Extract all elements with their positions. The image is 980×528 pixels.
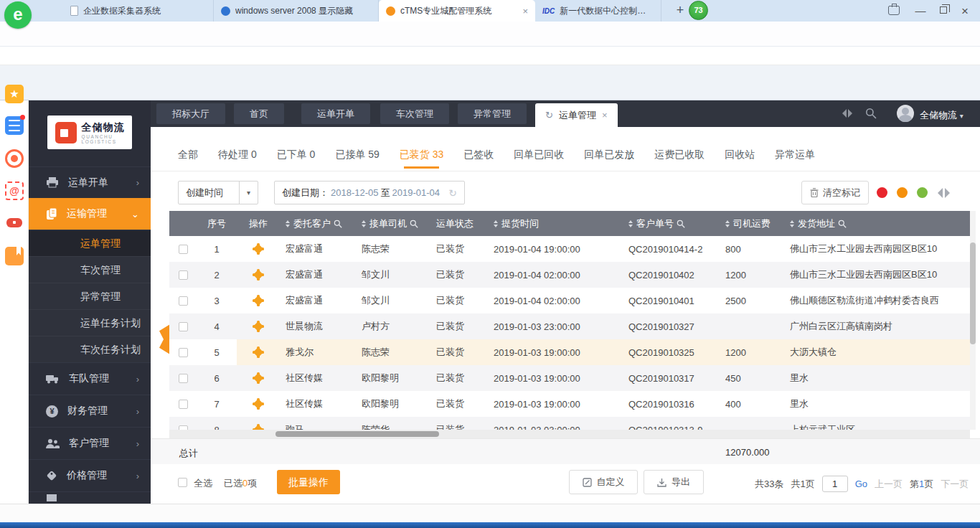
horizontal-scrollbar-thumb[interactable] (275, 431, 439, 437)
row-checkbox[interactable] (179, 270, 188, 280)
sidebar-item-exception-mgmt[interactable]: 异常管理 (29, 283, 151, 309)
page-go-button[interactable]: Go (855, 478, 867, 489)
customize-button[interactable]: 自定义 (569, 470, 638, 494)
col-address[interactable]: 发货地址 (784, 211, 970, 236)
row-checkbox[interactable] (179, 322, 188, 331)
row-actions-gear-icon[interactable] (253, 321, 264, 332)
row-checkbox[interactable] (179, 245, 188, 254)
favorites-strip-icon[interactable]: ★ (5, 85, 24, 103)
browser-tab-1[interactable]: 企业数据采集器系统 (63, 0, 214, 22)
user-avatar[interactable] (897, 105, 914, 122)
news-strip-icon[interactable] (5, 116, 24, 135)
filter-accepted[interactable]: 已接单 59 (335, 148, 379, 161)
column-search-icon[interactable] (838, 220, 847, 228)
select-all-checkbox[interactable] (178, 478, 187, 487)
weibo-strip-icon[interactable] (5, 149, 24, 168)
close-tab-icon[interactable]: × (602, 110, 608, 121)
column-search-icon[interactable] (334, 220, 342, 228)
sidebar-item-transport-mgmt[interactable]: 运输管理⌄ (29, 198, 151, 230)
app-tab-bidding-hall[interactable]: 招标大厅 (156, 103, 225, 124)
export-button[interactable]: 导出 (644, 470, 704, 494)
table-row[interactable]: 3宏盛富通邹文川已装货2019-01-04 02:00:00QC20190104… (169, 288, 970, 314)
sidebar-item-customer-mgmt[interactable]: 客户管理› (29, 427, 151, 459)
sidebar-item-fleet-mgmt[interactable]: 车队管理› (29, 362, 151, 395)
row-checkbox[interactable] (179, 296, 188, 306)
table-row[interactable]: 2宏盛富通邹文川已装货2019-01-04 02:00:00QC20190104… (169, 262, 970, 288)
horizontal-scrollbar[interactable] (169, 430, 970, 438)
filter-signed[interactable]: 已签收 (463, 148, 494, 161)
table-row[interactable]: 6社区传媒欧阳黎明已装货2019-01-03 19:00:00QC2019010… (169, 365, 970, 391)
clear-marks-button[interactable]: 清空标记 (801, 181, 869, 204)
restore-window-button[interactable] (940, 6, 947, 14)
app-tab-trip-mgmt[interactable]: 车次管理 (380, 103, 449, 124)
row-checkbox[interactable] (179, 400, 188, 409)
browser-tab-3-active[interactable]: cTMS专业城配管理系统 × (379, 0, 535, 22)
speed-badge[interactable]: 73 (689, 1, 708, 20)
col-order[interactable]: 客户单号 (623, 211, 720, 236)
column-search-icon[interactable] (410, 220, 418, 228)
col-consignor[interactable]: 委托客户 (280, 211, 356, 236)
tab-scroll-arrows-icon[interactable] (838, 109, 857, 118)
col-pickup[interactable]: 提货时间 (488, 211, 623, 236)
sidebar-item-finance-mgmt[interactable]: ¥ 财务管理› (29, 395, 151, 427)
app-search-icon[interactable] (865, 108, 877, 119)
batch-actions-button[interactable]: 批量操作 (277, 470, 340, 494)
browser-tab-4[interactable]: IDC 新一代数据中心控制面板 (535, 0, 661, 22)
minimize-button[interactable]: — (913, 4, 928, 16)
filter-recycle-bin[interactable]: 回收站 (725, 148, 755, 161)
filter-all[interactable]: 全部 (178, 148, 198, 161)
new-tab-button[interactable]: + (672, 3, 689, 18)
table-row-highlighted[interactable]: 5雅戈尔陈志荣已装货2019-01-03 19:00:00QC201901032… (169, 339, 970, 365)
row-actions-gear-icon[interactable] (253, 243, 264, 255)
app-tab-waybill-create[interactable]: 运单开单 (301, 103, 370, 124)
filter-ordered[interactable]: 已下单 0 (277, 148, 316, 161)
prev-page-button[interactable]: 上一页 (875, 478, 903, 491)
table-row[interactable]: 8驹马陈荣华已装货2019-01-03 03:00:00QC2019010313… (169, 417, 970, 430)
table-row[interactable]: 7社区传媒欧阳黎明已装货2019-01-03 19:00:00QC2019010… (169, 391, 970, 417)
refresh-tab-icon[interactable]: ↻ (545, 110, 553, 121)
filter-pending[interactable]: 待处理 0 (218, 148, 257, 161)
sidebar-item-waybill-mgmt[interactable]: 运单管理 (29, 230, 151, 256)
reset-date-icon[interactable]: ↻ (448, 187, 457, 199)
filter-receipt-collected[interactable]: 回单已回收 (514, 148, 564, 161)
table-row[interactable]: 1宏盛富通陈志荣已装货2019-01-04 19:00:00QC20190104… (169, 236, 970, 262)
close-tab-icon[interactable]: × (522, 6, 528, 16)
sidebar-item-price-mgmt[interactable]: 价格管理› (29, 459, 151, 491)
app-tab-exception-mgmt[interactable]: 异常管理 (458, 103, 527, 124)
games-strip-icon[interactable] (5, 214, 24, 232)
filter-loaded-active[interactable]: 已装货 33 (400, 148, 443, 161)
table-row[interactable]: 4世晨物流卢村方已装货2019-01-03 23:00:00QC20190103… (169, 314, 970, 339)
close-window-button[interactable]: × (957, 4, 973, 19)
windows-taskbar[interactable] (0, 522, 980, 528)
sidebar-item-waybill-create[interactable]: 运单开单› (29, 166, 151, 198)
mark-red-dot[interactable] (877, 187, 887, 198)
next-page-button[interactable]: 下一页 (941, 478, 969, 491)
page-flip-arrows-icon[interactable] (933, 188, 955, 198)
row-actions-gear-icon[interactable] (253, 372, 264, 384)
mention-strip-icon[interactable]: @ (5, 182, 24, 200)
filter-exception[interactable]: 异常运单 (775, 148, 815, 161)
date-range-picker[interactable]: 创建日期：2018-12-05至2019-01-04 ↻ (274, 181, 465, 204)
col-fee[interactable]: 司机运费 (720, 211, 784, 236)
row-actions-gear-icon[interactable] (253, 295, 264, 306)
sidebar-item-waybill-task-plan[interactable]: 运单任务计划 (29, 309, 151, 336)
theme-skin-icon[interactable] (888, 6, 900, 15)
reader-strip-icon[interactable] (5, 247, 24, 265)
filter-receipt-issued[interactable]: 回单已发放 (584, 148, 634, 161)
browser-logo-icon[interactable]: e (4, 1, 32, 29)
vertical-scrollbar-thumb[interactable] (970, 242, 976, 344)
vertical-scrollbar[interactable] (970, 211, 976, 430)
col-driver[interactable]: 接单司机 (356, 211, 430, 236)
row-actions-gear-icon[interactable] (253, 346, 264, 358)
select-all-label[interactable]: 全选 (194, 477, 212, 490)
app-tab-waybill-mgmt-active[interactable]: ↻ 运单管理 × (535, 103, 618, 127)
row-actions-gear-icon[interactable] (253, 424, 264, 430)
row-checkbox[interactable] (179, 374, 188, 383)
row-actions-gear-icon[interactable] (253, 398, 264, 410)
sidebar-item-partial[interactable] (29, 491, 151, 504)
row-actions-gear-icon[interactable] (253, 269, 264, 280)
row-checkbox[interactable] (179, 348, 188, 357)
app-tab-home[interactable]: 首页 (234, 103, 284, 124)
column-search-icon[interactable] (677, 220, 685, 228)
sidebar-item-trip-task-plan[interactable]: 车次任务计划 (29, 336, 151, 362)
